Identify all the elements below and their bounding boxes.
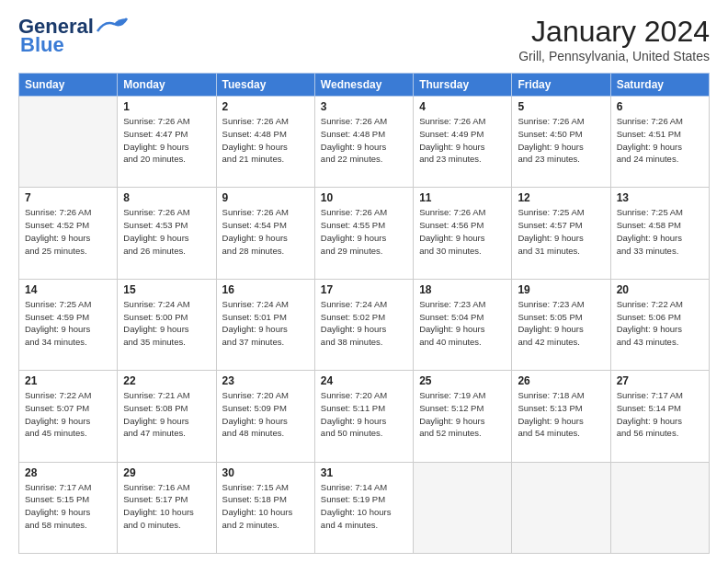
table-row: 25Sunrise: 7:19 AMSunset: 5:12 PMDayligh… (414, 371, 512, 462)
calendar-week-row: 14Sunrise: 7:25 AMSunset: 4:59 PMDayligh… (19, 279, 710, 370)
table-row: 18Sunrise: 7:23 AMSunset: 5:04 PMDayligh… (414, 279, 512, 370)
day-number: 26 (518, 374, 604, 387)
day-number: 24 (321, 374, 407, 387)
day-detail: Sunrise: 7:26 AMSunset: 4:54 PMDaylight:… (222, 206, 309, 257)
calendar-title: January 2024 (518, 15, 710, 49)
day-number: 20 (617, 283, 703, 296)
day-number: 22 (123, 374, 210, 387)
day-detail: Sunrise: 7:20 AMSunset: 5:09 PMDaylight:… (222, 389, 309, 440)
col-thursday: Thursday (414, 74, 512, 97)
table-row (512, 462, 610, 553)
table-row: 3Sunrise: 7:26 AMSunset: 4:48 PMDaylight… (314, 97, 413, 188)
day-number: 21 (25, 374, 111, 387)
table-row: 23Sunrise: 7:20 AMSunset: 5:09 PMDayligh… (216, 371, 314, 462)
table-row: 27Sunrise: 7:17 AMSunset: 5:14 PMDayligh… (610, 371, 709, 462)
table-row: 7Sunrise: 7:26 AMSunset: 4:52 PMDaylight… (19, 188, 118, 279)
day-number: 18 (419, 283, 506, 296)
day-number: 28 (25, 466, 111, 479)
day-detail: Sunrise: 7:25 AMSunset: 4:58 PMDaylight:… (617, 206, 703, 257)
table-row: 11Sunrise: 7:26 AMSunset: 4:56 PMDayligh… (414, 188, 512, 279)
day-number: 13 (617, 191, 703, 204)
day-number: 23 (222, 374, 309, 387)
day-number: 27 (617, 374, 703, 387)
col-saturday: Saturday (610, 74, 709, 97)
day-number: 31 (321, 466, 407, 479)
day-detail: Sunrise: 7:14 AMSunset: 5:19 PMDaylight:… (321, 481, 407, 532)
day-detail: Sunrise: 7:24 AMSunset: 5:01 PMDaylight:… (222, 298, 309, 349)
table-row: 8Sunrise: 7:26 AMSunset: 4:53 PMDaylight… (118, 188, 216, 279)
table-row (610, 462, 709, 553)
day-number: 12 (518, 191, 604, 204)
table-row: 6Sunrise: 7:26 AMSunset: 4:51 PMDaylight… (610, 97, 709, 188)
col-sunday: Sunday (19, 74, 118, 97)
col-wednesday: Wednesday (314, 74, 413, 97)
col-friday: Friday (512, 74, 610, 97)
calendar-header-row: Sunday Monday Tuesday Wednesday Thursday… (19, 74, 710, 97)
col-monday: Monday (118, 74, 216, 97)
day-detail: Sunrise: 7:20 AMSunset: 5:11 PMDaylight:… (321, 389, 407, 440)
day-number: 2 (222, 100, 309, 113)
table-row (414, 462, 512, 553)
day-detail: Sunrise: 7:26 AMSunset: 4:51 PMDaylight:… (617, 115, 703, 166)
table-row: 28Sunrise: 7:17 AMSunset: 5:15 PMDayligh… (19, 462, 118, 553)
day-detail: Sunrise: 7:22 AMSunset: 5:06 PMDaylight:… (617, 298, 703, 349)
day-number: 10 (321, 191, 407, 204)
day-number: 3 (321, 100, 407, 113)
day-detail: Sunrise: 7:26 AMSunset: 4:49 PMDaylight:… (419, 115, 506, 166)
table-row: 13Sunrise: 7:25 AMSunset: 4:58 PMDayligh… (610, 188, 709, 279)
table-row: 9Sunrise: 7:26 AMSunset: 4:54 PMDaylight… (216, 188, 314, 279)
day-detail: Sunrise: 7:26 AMSunset: 4:55 PMDaylight:… (321, 206, 407, 257)
day-detail: Sunrise: 7:23 AMSunset: 5:04 PMDaylight:… (419, 298, 506, 349)
day-number: 8 (123, 191, 210, 204)
day-number: 9 (222, 191, 309, 204)
table-row: 2Sunrise: 7:26 AMSunset: 4:48 PMDaylight… (216, 97, 314, 188)
logo-blue: Blue (20, 33, 64, 57)
day-detail: Sunrise: 7:18 AMSunset: 5:13 PMDaylight:… (518, 389, 604, 440)
table-row: 22Sunrise: 7:21 AMSunset: 5:08 PMDayligh… (118, 371, 216, 462)
table-row: 29Sunrise: 7:16 AMSunset: 5:17 PMDayligh… (118, 462, 216, 553)
calendar-subtitle: Grill, Pennsylvania, United States (518, 49, 710, 63)
table-row: 5Sunrise: 7:26 AMSunset: 4:50 PMDaylight… (512, 97, 610, 188)
header: General Blue January 2024 Grill, Pennsyl… (18, 15, 710, 63)
title-block: January 2024 Grill, Pennsylvania, United… (518, 15, 710, 63)
day-detail: Sunrise: 7:26 AMSunset: 4:48 PMDaylight:… (321, 115, 407, 166)
table-row: 24Sunrise: 7:20 AMSunset: 5:11 PMDayligh… (314, 371, 413, 462)
day-detail: Sunrise: 7:17 AMSunset: 5:15 PMDaylight:… (25, 481, 111, 532)
day-detail: Sunrise: 7:19 AMSunset: 5:12 PMDaylight:… (419, 389, 506, 440)
day-detail: Sunrise: 7:26 AMSunset: 4:53 PMDaylight:… (123, 206, 210, 257)
calendar-week-row: 1Sunrise: 7:26 AMSunset: 4:47 PMDaylight… (19, 97, 710, 188)
day-detail: Sunrise: 7:23 AMSunset: 5:05 PMDaylight:… (518, 298, 604, 349)
table-row: 20Sunrise: 7:22 AMSunset: 5:06 PMDayligh… (610, 279, 709, 370)
logo: General Blue (18, 15, 129, 57)
day-detail: Sunrise: 7:16 AMSunset: 5:17 PMDaylight:… (123, 481, 210, 532)
day-detail: Sunrise: 7:22 AMSunset: 5:07 PMDaylight:… (25, 389, 111, 440)
day-detail: Sunrise: 7:15 AMSunset: 5:18 PMDaylight:… (222, 481, 309, 532)
day-detail: Sunrise: 7:26 AMSunset: 4:48 PMDaylight:… (222, 115, 309, 166)
day-number: 19 (518, 283, 604, 296)
table-row: 10Sunrise: 7:26 AMSunset: 4:55 PMDayligh… (314, 188, 413, 279)
day-number: 11 (419, 191, 506, 204)
day-number: 25 (419, 374, 506, 387)
day-detail: Sunrise: 7:25 AMSunset: 4:57 PMDaylight:… (518, 206, 604, 257)
day-detail: Sunrise: 7:26 AMSunset: 4:52 PMDaylight:… (25, 206, 111, 257)
day-number: 6 (617, 100, 703, 113)
day-detail: Sunrise: 7:24 AMSunset: 5:02 PMDaylight:… (321, 298, 407, 349)
table-row: 17Sunrise: 7:24 AMSunset: 5:02 PMDayligh… (314, 279, 413, 370)
day-number: 7 (25, 191, 111, 204)
table-row: 16Sunrise: 7:24 AMSunset: 5:01 PMDayligh… (216, 279, 314, 370)
day-number: 5 (518, 100, 604, 113)
table-row: 4Sunrise: 7:26 AMSunset: 4:49 PMDaylight… (414, 97, 512, 188)
day-number: 17 (321, 283, 407, 296)
day-detail: Sunrise: 7:26 AMSunset: 4:47 PMDaylight:… (123, 115, 210, 166)
table-row: 12Sunrise: 7:25 AMSunset: 4:57 PMDayligh… (512, 188, 610, 279)
table-row (19, 97, 118, 188)
day-detail: Sunrise: 7:21 AMSunset: 5:08 PMDaylight:… (123, 389, 210, 440)
day-detail: Sunrise: 7:25 AMSunset: 4:59 PMDaylight:… (25, 298, 111, 349)
day-number: 30 (222, 466, 309, 479)
day-detail: Sunrise: 7:17 AMSunset: 5:14 PMDaylight:… (617, 389, 703, 440)
table-row: 1Sunrise: 7:26 AMSunset: 4:47 PMDaylight… (118, 97, 216, 188)
table-row: 19Sunrise: 7:23 AMSunset: 5:05 PMDayligh… (512, 279, 610, 370)
day-number: 15 (123, 283, 210, 296)
day-number: 4 (419, 100, 506, 113)
calendar-table: Sunday Monday Tuesday Wednesday Thursday… (18, 73, 710, 554)
